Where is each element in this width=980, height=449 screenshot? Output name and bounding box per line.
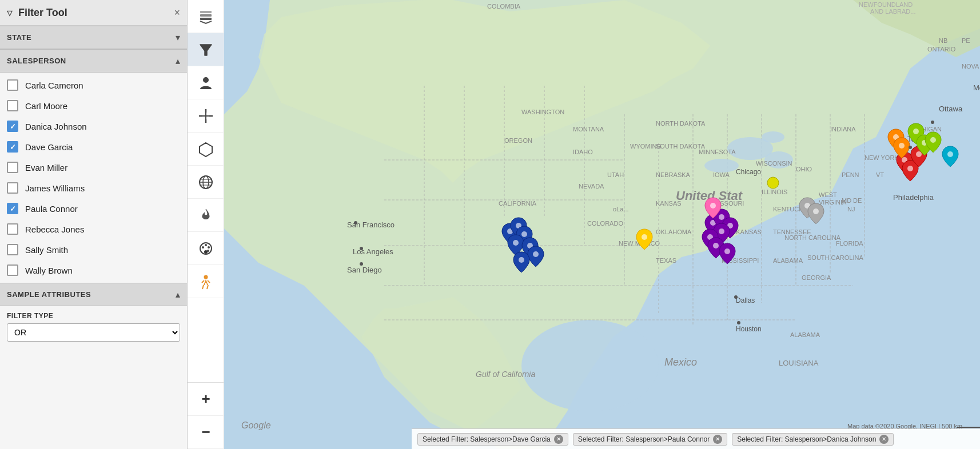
- svg-text:Los Angeles: Los Angeles: [353, 247, 393, 256]
- salesperson-checkbox[interactable]: [7, 162, 18, 173]
- svg-point-140: [947, 151, 953, 157]
- svg-marker-3: [200, 45, 212, 55]
- filter-button[interactable]: [188, 33, 224, 66]
- salesperson-item[interactable]: Carla Cameron: [0, 75, 187, 95]
- svg-point-139: [930, 137, 936, 143]
- crosshair-button[interactable]: [188, 99, 224, 133]
- state-section-header[interactable]: STATE ▾: [0, 26, 187, 49]
- svg-text:Mexico: Mexico: [664, 356, 697, 368]
- state-toggle-icon: ▾: [176, 32, 180, 43]
- panel-close-button[interactable]: ×: [174, 7, 180, 18]
- salesperson-item[interactable]: Evan Miller: [0, 157, 187, 178]
- salesperson-list: Carla CameronCarl MooreDanica JohnsonDav…: [0, 73, 187, 283]
- salesperson-item[interactable]: Sally Smith: [0, 239, 187, 260]
- layers-button[interactable]: [188, 0, 224, 33]
- svg-point-119: [519, 257, 524, 263]
- svg-text:Montreal: Montreal: [973, 83, 980, 92]
- figure-button[interactable]: [188, 265, 224, 298]
- filter-tag-danica-johnson: Selected Filter: Salesperson>Danica John…: [732, 433, 894, 446]
- svg-point-147: [734, 295, 738, 299]
- map-container: San Francisco Los Angeles San Diego Chic…: [224, 0, 980, 449]
- sample-attributes-section-header[interactable]: SAMPLE ATTRIBUTES ▴: [0, 283, 187, 306]
- svg-point-22: [204, 250, 208, 254]
- salesperson-checkbox[interactable]: [7, 141, 18, 153]
- zoom-in-button[interactable]: +: [188, 383, 224, 416]
- state-section-label: STATE: [7, 33, 31, 42]
- filter-tag-danica-johnson-close[interactable]: ✕: [879, 435, 889, 444]
- svg-point-131: [767, 177, 779, 189]
- salesperson-checkbox[interactable]: [7, 121, 18, 132]
- filter-type-select[interactable]: OR AND: [7, 323, 180, 342]
- filter-tag-paula-connor-label: Selected Filter: Salesperson>Paula Conno…: [578, 435, 710, 443]
- salesperson-section-header[interactable]: SALESPERSON ▴: [0, 49, 187, 73]
- svg-text:ALABAMA: ALABAMA: [790, 331, 820, 338]
- svg-text:ONTARIO: ONTARIO: [927, 46, 956, 53]
- svg-point-143: [909, 146, 912, 149]
- svg-text:TEXAS: TEXAS: [656, 257, 676, 264]
- salesperson-name: Wally Brown: [25, 266, 73, 275]
- flame-button[interactable]: [188, 199, 224, 232]
- salesperson-item[interactable]: Dave Garcia: [0, 137, 187, 157]
- svg-text:NEW YORK: NEW YORK: [865, 154, 899, 161]
- salesperson-checkbox[interactable]: [7, 79, 18, 91]
- svg-point-137: [913, 129, 919, 134]
- globe-button[interactable]: [188, 166, 224, 199]
- svg-point-148: [737, 321, 740, 324]
- filter-icon: ▿: [7, 6, 13, 19]
- svg-point-47: [762, 131, 784, 143]
- svg-text:MD: MD: [842, 197, 851, 204]
- svg-text:OHIO: OHIO: [796, 166, 812, 173]
- toolbar: + −: [188, 0, 224, 449]
- filter-type-section: FILTER TYPE OR AND: [0, 306, 187, 347]
- filter-tag-danica-johnson-label: Selected Filter: Salesperson>Danica John…: [737, 435, 876, 443]
- salesperson-checkbox[interactable]: [7, 100, 18, 111]
- filter-bar: Selected Filter: Salesperson>Dave Garcia…: [412, 428, 980, 449]
- filter-type-label: FILTER TYPE: [7, 312, 180, 320]
- svg-text:NEWFOUNDLAND: NEWFOUNDLAND: [859, 1, 913, 8]
- filter-panel: ▿ Filter Tool × STATE ▾ SALESPERSON ▴ Ca…: [0, 0, 188, 449]
- svg-point-123: [719, 228, 724, 234]
- salesperson-checkbox[interactable]: [7, 264, 18, 276]
- filter-tag-dave-garcia-close[interactable]: ✕: [554, 435, 563, 444]
- svg-text:Houston: Houston: [736, 325, 762, 333]
- polygon-button[interactable]: [188, 133, 224, 166]
- svg-text:WISCONSIN: WISCONSIN: [756, 160, 792, 167]
- filter-tag-paula-connor-close[interactable]: ✕: [713, 435, 722, 444]
- salesperson-checkbox[interactable]: [7, 244, 18, 255]
- svg-text:oLa...: oLa...: [613, 206, 629, 213]
- svg-text:WEST: WEST: [819, 191, 837, 198]
- person-button[interactable]: [188, 66, 224, 99]
- svg-point-121: [719, 214, 724, 220]
- salesperson-checkbox[interactable]: [7, 182, 18, 194]
- salesperson-name: Carla Cameron: [25, 81, 83, 90]
- salesperson-name: Rebecca Jones: [25, 224, 84, 234]
- svg-text:IDAHO: IDAHO: [573, 149, 593, 155]
- svg-text:ILLINOIS: ILLINOIS: [762, 189, 787, 195]
- svg-point-20: [208, 246, 210, 248]
- svg-point-23: [204, 275, 208, 279]
- svg-point-118: [533, 251, 539, 257]
- svg-text:MONTANA: MONTANA: [573, 126, 604, 133]
- svg-point-126: [724, 248, 730, 254]
- salesperson-checkbox[interactable]: [7, 203, 18, 214]
- palette-button[interactable]: [188, 232, 224, 265]
- svg-text:Philadelphia: Philadelphia: [893, 193, 934, 202]
- svg-text:OKLAHOMA: OKLAHOMA: [656, 228, 692, 235]
- svg-text:San Francisco: San Francisco: [347, 221, 395, 229]
- svg-point-146: [360, 247, 363, 250]
- salesperson-item[interactable]: James Williams: [0, 178, 187, 198]
- svg-text:Gulf of California: Gulf of California: [476, 370, 535, 379]
- salesperson-item[interactable]: Rebecca Jones: [0, 219, 187, 239]
- zoom-out-button[interactable]: −: [188, 416, 224, 449]
- map-area[interactable]: San Francisco Los Angeles San Diego Chic…: [224, 0, 980, 449]
- svg-text:NEBRASKA: NEBRASKA: [656, 171, 691, 178]
- salesperson-item[interactable]: Paula Connor: [0, 198, 187, 219]
- svg-text:Chicago: Chicago: [736, 168, 761, 176]
- svg-text:UTAH: UTAH: [607, 171, 624, 178]
- salesperson-checkbox[interactable]: [7, 223, 18, 235]
- salesperson-item[interactable]: Danica Johnson: [0, 116, 187, 137]
- svg-text:INDIANA: INDIANA: [830, 126, 856, 133]
- svg-text:COLORADO: COLORADO: [587, 220, 623, 227]
- salesperson-item[interactable]: Wally Brown: [0, 260, 187, 280]
- salesperson-item[interactable]: Carl Moore: [0, 95, 187, 116]
